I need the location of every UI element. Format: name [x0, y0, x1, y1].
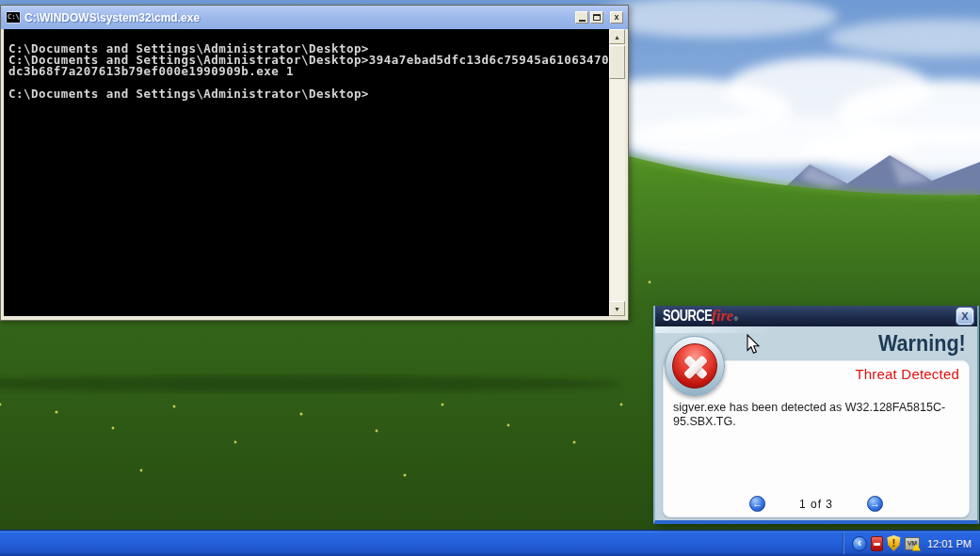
scroll-up-button[interactable]: ▲: [609, 29, 625, 44]
warning-heading: Warning!: [878, 331, 966, 357]
scroll-down-button[interactable]: ▼: [609, 301, 625, 316]
error-sphere: [672, 343, 717, 389]
minimize-icon: [579, 20, 586, 22]
mouse-cursor: [747, 334, 760, 355]
cmd-window[interactable]: C:\ C:\WINDOWS\system32\cmd.exe x C:\Doc…: [0, 5, 629, 321]
logo-fire-text: fire: [711, 308, 732, 325]
security-alert-shield-icon[interactable]: !: [887, 535, 901, 551]
shield-exclamation: !: [887, 537, 901, 548]
console-output[interactable]: C:\Documents and Settings\Administrator\…: [4, 29, 611, 316]
pagination-label: 1 of 3: [799, 498, 833, 511]
scrollbar-thumb[interactable]: [609, 45, 625, 79]
maximize-icon: [593, 14, 601, 21]
maximize-button[interactable]: [590, 11, 603, 24]
pagination-nav: ← 1 of 3 →: [664, 496, 969, 512]
cmd-window-title: C:\WINDOWS\system32\cmd.exe: [24, 11, 571, 24]
cmd-icon: C:\: [6, 11, 21, 24]
cmd-titlebar[interactable]: C:\ C:\WINDOWS\system32\cmd.exe x: [1, 6, 628, 29]
logo-source-text: SOURCE: [663, 308, 712, 325]
vm-tools-warning-icon[interactable]: VM: [905, 537, 920, 550]
console-scrollbar[interactable]: ▲ ▼: [609, 29, 625, 316]
minimize-button[interactable]: [575, 11, 588, 24]
sourcefire-logo: SOURCE fire ®: [663, 308, 738, 325]
prev-threat-button[interactable]: ←: [749, 496, 765, 512]
titlebar-reflection: [655, 326, 778, 333]
taskbar-clock[interactable]: 12:01 PM: [927, 538, 972, 549]
close-button[interactable]: x: [610, 11, 623, 24]
blocked-status-icon[interactable]: [871, 536, 883, 551]
threat-detected-label: Threat Detected: [855, 366, 959, 382]
taskbar[interactable]: ‹ ! VM 12:01 PM: [0, 530, 980, 556]
show-hidden-icons-button[interactable]: ‹: [852, 536, 867, 551]
window-controls: x: [575, 11, 623, 24]
dialog-titlebar[interactable]: SOURCE fire ® X: [655, 306, 977, 326]
console-line: C:\Documents and Settings\Administrator\…: [8, 88, 611, 100]
threat-warning-dialog[interactable]: SOURCE fire ® X Warning! Threat Detected…: [653, 306, 979, 524]
registered-mark: ®: [734, 316, 738, 322]
threat-message: sigver.exe has been detected as W32.128F…: [673, 401, 950, 429]
tray-divider: [843, 532, 844, 554]
console-line: dc3b68f7a207613b79ef000e1990909b.exe 1: [8, 66, 611, 77]
dialog-body: Warning! Threat Detected sigver.exe has …: [655, 326, 977, 520]
error-x-icon: [665, 336, 725, 396]
system-tray: ‹ ! VM 12:01 PM: [844, 531, 980, 556]
next-threat-button[interactable]: →: [867, 496, 883, 512]
dialog-close-button[interactable]: X: [956, 308, 973, 325]
